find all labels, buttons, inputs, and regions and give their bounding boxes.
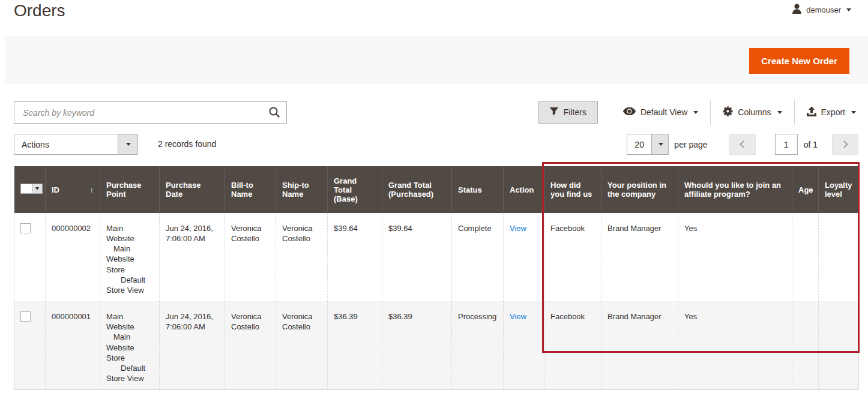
cell-status: Processing xyxy=(452,301,504,390)
export-label: Export xyxy=(821,107,845,117)
cell-ship-to-name: Veronica Costello xyxy=(276,213,328,301)
cell-purchase-date: Jun 24, 2016, 7:06:00 AM xyxy=(160,301,225,390)
filters-button[interactable]: Filters xyxy=(538,101,598,124)
pagination: 20 per page of 1 xyxy=(627,134,858,155)
cell-age xyxy=(792,213,819,301)
export-dropdown[interactable]: Export xyxy=(795,101,858,124)
cell-grand-total-purchased: $39.64 xyxy=(382,213,452,301)
header-id-label: ID xyxy=(52,185,59,194)
checkbox[interactable] xyxy=(20,184,32,194)
chevron-down-icon xyxy=(659,143,663,146)
purchase-point-store-view: Default Store View xyxy=(106,363,153,383)
header-grand-total-base[interactable]: Grand Total (Base) xyxy=(328,166,382,213)
cell-select xyxy=(14,213,46,301)
cell-loyalty-level xyxy=(819,301,859,390)
header-bill-to-name[interactable]: Bill-to Name xyxy=(225,166,276,213)
cell-id: 000000002 xyxy=(46,213,100,301)
header-purchase-point[interactable]: Purchase Point xyxy=(100,166,160,213)
columns-dropdown[interactable]: Columns xyxy=(711,101,794,124)
chevron-down-icon xyxy=(693,111,698,114)
cell-grand-total-base: $39.64 xyxy=(328,213,382,301)
chevron-down-icon xyxy=(777,111,782,114)
purchase-point-store: Main Website Store xyxy=(106,244,153,274)
user-name: demouser xyxy=(806,5,841,14)
cell-id: 000000001 xyxy=(46,301,100,390)
eye-icon xyxy=(623,107,636,117)
cell-age xyxy=(792,301,819,390)
previous-page-button[interactable] xyxy=(729,134,756,155)
header-grand-total-purchased[interactable]: Grand Total (Purchased) xyxy=(382,166,452,213)
chevron-down-icon xyxy=(846,8,851,11)
header-id[interactable]: ID ↑ xyxy=(46,166,100,213)
header-age[interactable]: Age xyxy=(792,166,819,213)
purchase-point-store-view: Default Store View xyxy=(106,275,153,295)
chevron-down-icon xyxy=(126,143,131,146)
user-menu[interactable]: demouser xyxy=(792,4,851,16)
purchase-point-store: Main Website Store xyxy=(106,332,153,362)
header-ship-to-name[interactable]: Ship-to Name xyxy=(276,166,328,213)
search-input[interactable] xyxy=(14,101,287,124)
header-affiliate-program[interactable]: Whould you like to join an affiliate pro… xyxy=(678,166,792,213)
chevron-left-icon xyxy=(740,140,747,148)
cell-status: Complete xyxy=(452,213,504,301)
header-loyalty-level[interactable]: Loyalty level xyxy=(819,166,859,213)
cell-action: View xyxy=(504,301,544,390)
header-status[interactable]: Status xyxy=(452,166,504,213)
header-select-all xyxy=(14,166,46,213)
cell-position-in-company: Brand Manager xyxy=(601,213,678,301)
cell-bill-to-name: Veronica Costello xyxy=(225,213,276,301)
actions-select[interactable]: Actions xyxy=(14,134,138,155)
cell-purchase-date: Jun 24, 2016, 7:06:00 AM xyxy=(160,213,225,301)
per-page-value: 20 xyxy=(627,134,651,154)
search-icon[interactable] xyxy=(268,106,280,121)
cell-purchase-point: Main Website Main Website Store Default … xyxy=(100,301,160,390)
filters-label: Filters xyxy=(564,107,586,117)
cell-purchase-point: Main Website Main Website Store Default … xyxy=(100,213,160,301)
view-order-link[interactable]: View xyxy=(510,312,526,321)
page-actions-band: Create New Order xyxy=(5,37,868,83)
cell-bill-to-name: Veronica Costello xyxy=(225,301,276,390)
row-checkbox[interactable] xyxy=(20,311,31,322)
create-new-order-button[interactable]: Create New Order xyxy=(749,48,849,74)
chevron-down-icon xyxy=(35,187,39,190)
view-order-link[interactable]: View xyxy=(510,224,526,233)
next-page-button[interactable] xyxy=(832,134,858,155)
records-found-count: 2 records found xyxy=(158,134,216,155)
cell-action: View xyxy=(504,213,544,301)
header-how-did-you-find-us[interactable]: How did you find us xyxy=(544,166,601,213)
keyword-search xyxy=(14,101,287,124)
per-page-select[interactable]: 20 xyxy=(627,134,669,155)
default-view-label: Default View xyxy=(640,107,687,117)
current-page-input[interactable] xyxy=(775,134,798,155)
cell-affiliate-program: Yes xyxy=(678,301,792,390)
row-checkbox[interactable] xyxy=(20,223,31,233)
cell-affiliate-program: Yes xyxy=(678,213,792,301)
purchase-point-website: Main Website xyxy=(106,223,153,244)
cell-ship-to-name: Veronica Costello xyxy=(276,301,328,390)
cell-how-did-you-find-us: Facebook xyxy=(544,213,601,301)
grid-controls: Filters Default View xyxy=(538,101,858,124)
cell-grand-total-purchased: $36.39 xyxy=(382,301,452,390)
select-all-checkbox[interactable] xyxy=(20,184,43,194)
per-page-toggle[interactable] xyxy=(651,134,668,154)
sort-ascending-icon[interactable]: ↑ xyxy=(90,185,94,194)
actions-select-value: Actions xyxy=(14,134,118,154)
actions-select-toggle[interactable] xyxy=(118,134,137,154)
per-page-label: per page xyxy=(674,140,707,149)
export-icon xyxy=(807,107,816,118)
user-icon xyxy=(792,4,802,16)
filter-funnel-icon xyxy=(550,107,558,117)
chevron-right-icon xyxy=(840,140,848,148)
header-position-in-company[interactable]: Your position in the company xyxy=(601,166,678,213)
header-action: Action xyxy=(504,166,544,213)
select-options-toggle[interactable] xyxy=(32,184,43,194)
cell-loyalty-level xyxy=(819,213,859,301)
chevron-down-icon xyxy=(851,111,856,114)
header-purchase-date[interactable]: Purchase Date xyxy=(160,166,225,213)
default-view-dropdown[interactable]: Default View xyxy=(611,101,710,124)
orders-grid: ID ↑ Purchase Point Purchase Date Bill-t… xyxy=(14,166,859,390)
cell-select xyxy=(14,301,46,390)
cell-position-in-company: Brand Manager xyxy=(601,301,678,390)
total-pages-label: of 1 xyxy=(804,140,818,149)
grid-header-row: ID ↑ Purchase Point Purchase Date Bill-t… xyxy=(14,166,859,213)
